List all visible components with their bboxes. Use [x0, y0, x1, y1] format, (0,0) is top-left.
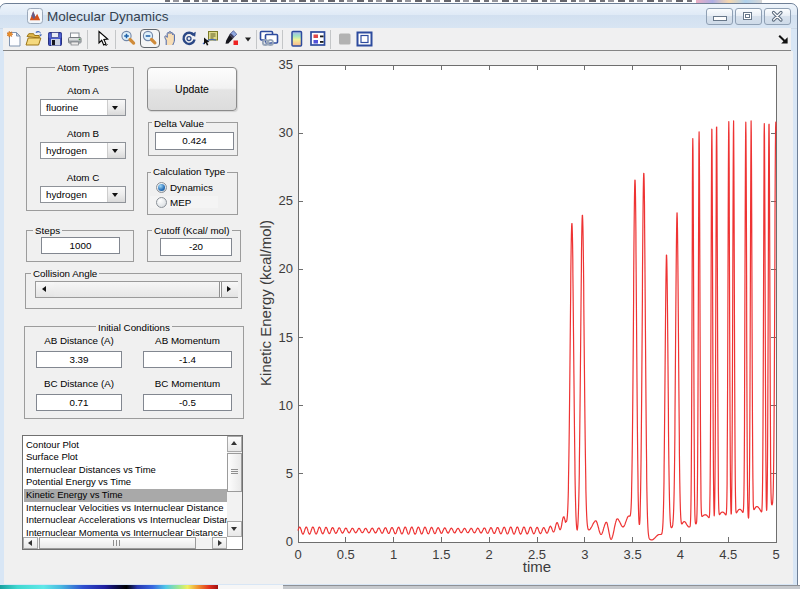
svg-text:30: 30: [279, 125, 293, 140]
svg-text:5: 5: [286, 466, 293, 481]
svg-text:3.5: 3.5: [624, 547, 642, 562]
svg-text:1: 1: [390, 547, 397, 562]
svg-text:5: 5: [772, 547, 779, 562]
svg-text:35: 35: [279, 57, 293, 72]
svg-text:3: 3: [581, 547, 588, 562]
svg-text:0.5: 0.5: [337, 547, 355, 562]
svg-text:10: 10: [279, 398, 293, 413]
svg-text:4.5: 4.5: [719, 547, 737, 562]
svg-text:Kinetic Energy (kcal/mol): Kinetic Energy (kcal/mol): [257, 220, 274, 386]
svg-text:4: 4: [677, 547, 684, 562]
svg-text:0: 0: [286, 534, 293, 549]
svg-text:20: 20: [279, 261, 293, 276]
svg-text:25: 25: [279, 193, 293, 208]
svg-text:1.5: 1.5: [432, 547, 450, 562]
svg-text:time: time: [523, 558, 551, 575]
svg-text:2: 2: [486, 547, 493, 562]
svg-text:0: 0: [294, 547, 301, 562]
svg-text:15: 15: [279, 330, 293, 345]
